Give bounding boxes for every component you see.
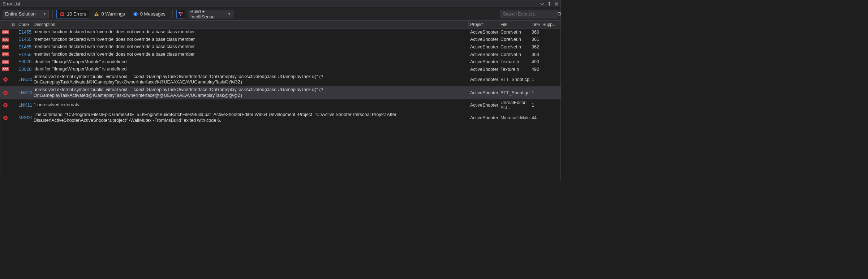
toolbar: Entire Solution ▼ 10 Errors 0 Warnings: [0, 8, 560, 21]
row-line: 44: [530, 112, 541, 124]
row-project: ActiveShooter: [469, 112, 499, 124]
intellisense-icon: abc: [2, 52, 9, 56]
error-row[interactable]: abcE1455member function declared with 'o…: [0, 29, 560, 36]
svg-rect-0: [549, 2, 550, 3]
row-project: ActiveShooter: [469, 51, 499, 58]
pin-icon[interactable]: [547, 1, 552, 7]
row-icon-cell: abc: [0, 66, 10, 73]
search-input[interactable]: [503, 12, 557, 17]
row-order-cell: [10, 51, 17, 58]
row-project: ActiveShooter: [469, 59, 499, 65]
error-row[interactable]: abcE1455member function declared with 'o…: [0, 36, 560, 44]
error-row[interactable]: LNK11201 unresolved externalsActiveShoot…: [0, 99, 560, 111]
svg-rect-2: [96, 13, 97, 14]
column-header-project[interactable]: Project: [469, 21, 499, 28]
row-description: The command ""C:\Program Files\Epic Game…: [32, 112, 469, 124]
warnings-filter-button[interactable]: 0 Warnings: [91, 10, 128, 18]
close-icon[interactable]: [554, 1, 559, 7]
row-line: 362: [530, 44, 541, 50]
row-file: CoreNet.h: [499, 51, 530, 58]
row-code[interactable]: E1455: [17, 37, 32, 43]
row-suppression: [541, 51, 560, 58]
row-file: Texture.h: [499, 59, 530, 65]
row-description: member function declared with 'override'…: [32, 51, 469, 58]
column-header-file[interactable]: File: [499, 21, 530, 28]
error-list-window: Error List Entire Solution ▼ 10 Errors: [0, 0, 561, 180]
column-header-default-order[interactable]: [10, 21, 17, 28]
table-header: Code Description Project File Line Supp…: [0, 21, 560, 29]
error-row[interactable]: abcE0020identifier "IImageWrapperModule"…: [0, 66, 560, 73]
row-icon-cell: [0, 100, 10, 111]
intellisense-icon: abc: [2, 45, 9, 49]
scope-dropdown[interactable]: Entire Solution ▼: [3, 10, 49, 18]
warnings-count-label: 0 Warnings: [101, 11, 125, 17]
row-icon-cell: abc: [0, 37, 10, 43]
row-description: member function declared with 'override'…: [32, 37, 469, 43]
svg-point-10: [12, 24, 13, 25]
column-header-code[interactable]: Code: [17, 21, 32, 28]
error-row[interactable]: abcE1455member function declared with 'o…: [0, 43, 560, 51]
row-icon-cell: [0, 112, 10, 124]
error-row[interactable]: MSB3073The command ""C:\Program Files\Ep…: [0, 111, 560, 124]
row-suppression: [541, 44, 560, 50]
row-file: UnrealEditor-Act…: [499, 100, 530, 111]
row-file: CoreNet.h: [499, 29, 530, 35]
row-code[interactable]: LNK2001: [17, 74, 32, 86]
messages-filter-button[interactable]: 0 Messages: [130, 10, 169, 18]
row-file: CoreNet.h: [499, 44, 530, 50]
row-suppression: [541, 37, 560, 43]
row-line: 490: [530, 59, 541, 65]
scope-label: Entire Solution: [5, 11, 36, 17]
column-header-line[interactable]: Line: [530, 21, 541, 28]
column-header-category[interactable]: [0, 21, 10, 28]
row-project: ActiveShooter: [469, 29, 499, 35]
row-description: unresolved external symbol "public: virt…: [32, 74, 469, 86]
titlebar-controls: [540, 1, 559, 7]
row-code[interactable]: E1455: [17, 29, 32, 35]
clear-filter-button[interactable]: [176, 10, 185, 18]
column-header-description[interactable]: Description: [32, 21, 469, 28]
row-suppression: [541, 100, 560, 111]
info-icon: [133, 12, 138, 17]
row-line: 1: [530, 87, 541, 99]
window-options-icon[interactable]: [540, 1, 545, 7]
row-icon-cell: [0, 87, 10, 99]
row-line: 361: [530, 37, 541, 43]
search-icon[interactable]: [557, 12, 561, 17]
svg-point-8: [558, 12, 561, 15]
warning-icon: [94, 12, 99, 17]
error-icon: [60, 12, 65, 17]
row-code[interactable]: E1455: [17, 51, 32, 58]
row-order-cell: [10, 74, 17, 86]
source-dropdown[interactable]: Build + IntelliSense ▼: [188, 10, 233, 18]
error-row[interactable]: LNK2001unresolved external symbol "publi…: [0, 73, 560, 86]
row-suppression: [541, 59, 560, 65]
row-code[interactable]: E0020: [17, 66, 32, 73]
separator: [172, 10, 173, 18]
svg-point-11: [12, 25, 13, 26]
row-file: CoreNet.h: [499, 37, 530, 43]
row-line: 1: [530, 74, 541, 86]
svg-rect-6: [135, 13, 136, 13]
error-row[interactable]: abcE1455member function declared with 'o…: [0, 51, 560, 59]
row-code[interactable]: MSB3073: [17, 112, 32, 124]
row-line: 492: [530, 66, 541, 73]
search-box[interactable]: ▾: [500, 10, 558, 18]
error-row[interactable]: LNK2001unresolved external symbol "publi…: [0, 86, 560, 99]
row-file: Texture.h: [499, 66, 530, 73]
column-header-suppression[interactable]: Supp…: [541, 21, 560, 28]
row-code[interactable]: E0020: [17, 59, 32, 65]
row-order-cell: [10, 29, 17, 35]
row-file: Microsoft.MakeF…: [499, 112, 530, 124]
error-row[interactable]: abcE0020identifier "IImageWrapperModule"…: [0, 59, 560, 66]
errors-filter-button[interactable]: 10 Errors: [56, 10, 89, 18]
row-file: BTT_Shoot.cpp.obj: [499, 74, 530, 86]
row-code[interactable]: LNK1120: [17, 100, 32, 111]
intellisense-icon: abc: [2, 38, 9, 42]
svg-rect-3: [96, 15, 97, 15]
chevron-down-icon: ▼: [228, 12, 231, 16]
row-code[interactable]: E1455: [17, 44, 32, 50]
row-icon-cell: abc: [0, 29, 10, 35]
svg-rect-5: [135, 14, 136, 15]
row-code[interactable]: LNK2001: [17, 87, 32, 99]
